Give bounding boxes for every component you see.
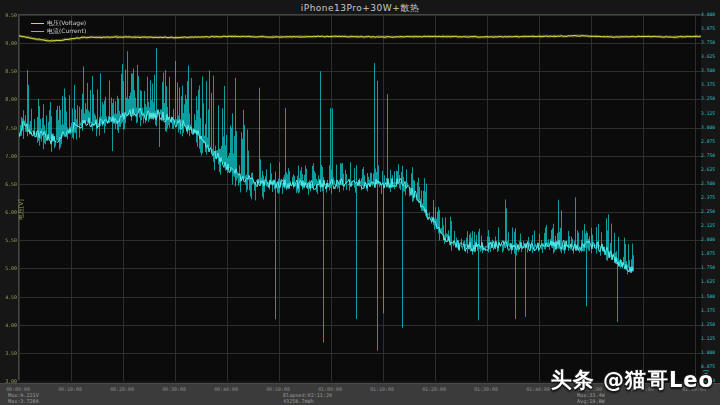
y-tick-label-left: 4.00 [3,321,17,327]
plot-area[interactable]: 电压(Voltage) 电流(Current) 电压[V] 电流[A] [18,14,700,380]
y-tick-label-right: 2.000 [701,237,717,242]
chart-canvas[interactable] [19,15,701,381]
y-tick-label-left: 8.00 [3,96,17,102]
x-tick-label: 00:30:00 [162,386,186,392]
x-tick-label: 00:50:00 [266,386,290,392]
legend-label-voltage: 电压(Voltage) [47,19,86,27]
y-axis-left-ticks: 9.509.008.508.007.507.006.506.005.505.00… [0,14,17,380]
x-tick-label: 01:30:00 [474,386,498,392]
power-monitor-window: iPhone13Pro+30W+散热 电压(Voltage) 电流(Curren… [0,0,720,405]
y-axis-right-ticks: 4.0003.8753.7503.6253.5003.3753.2503.125… [701,14,720,380]
y-tick-label-right: 1.375 [701,307,717,312]
x-tick-label: 01:00:00 [318,386,342,392]
y-tick-label-left: 3.50 [3,349,17,355]
y-tick-label-right: 3.875 [701,26,717,31]
status-max-current: Max:3.728A [8,398,39,404]
y-tick-label-left: 4.50 [3,293,17,299]
y-tick-label-right: 1.250 [701,321,717,326]
x-tick-label: 00:10:00 [58,386,82,392]
y-tick-label-right: 3.500 [701,68,717,73]
y-tick-label-right: 1.125 [701,336,717,341]
y-tick-label-left: 7.00 [3,152,17,158]
legend-item-current[interactable]: 电流(Current) [31,27,86,35]
y-tick-label-right: 2.375 [701,195,717,200]
y-tick-label-left: 9.00 [3,40,17,46]
y-tick-label-left: 9.50 [3,12,17,18]
y-tick-label-right: 2.875 [701,138,717,143]
legend-item-voltage[interactable]: 电压(Voltage) [31,19,86,27]
x-tick-label: 00:00:00 [6,386,30,392]
status-avg-power: Avg:19.8W [577,398,605,404]
x-tick-label: 00:20:00 [110,386,134,392]
x-tick-label: 01:10:00 [370,386,394,392]
y-tick-label-right: 2.125 [701,223,717,228]
x-tick-label: 01:20:00 [422,386,446,392]
voltage-line-swatch-icon [31,23,44,24]
y-tick-label-left: 5.00 [3,265,17,271]
legend-label-current: 电流(Current) [47,27,86,35]
legend: 电压(Voltage) 电流(Current) [31,19,86,35]
y-tick-label-left: 6.00 [3,209,17,215]
y-tick-label-right: 2.625 [701,167,717,172]
y-tick-label-right: 3.625 [701,54,717,59]
y-tick-label-right: 1.875 [701,251,717,256]
y-tick-label-right: 2.250 [701,209,717,214]
watermark-text: 头条 @猫哥Leo [551,366,714,394]
y-tick-label-right: 3.125 [701,110,717,115]
x-tick-label: 00:40:00 [214,386,238,392]
y-axis-title-voltage: 电压[V] [17,199,26,220]
y-tick-label-left: 7.50 [3,124,17,130]
y-tick-label-right: 4.000 [701,12,717,17]
current-line-swatch-icon [31,31,44,32]
y-tick-label-left: 6.50 [3,181,17,187]
status-energy: 43258.7mWh [283,398,332,404]
y-tick-label-right: 3.375 [701,82,717,87]
y-tick-label-left: 5.50 [3,237,17,243]
y-tick-label-right: 1.500 [701,293,717,298]
y-tick-label-right: 2.500 [701,181,717,186]
y-tick-label-right: 3.750 [701,40,717,45]
y-tick-label-right: 1.625 [701,279,717,284]
y-tick-label-right: 2.750 [701,153,717,158]
status-max-values: Max:9.221V Max:3.728A [8,392,39,404]
y-tick-label-left: 8.50 [3,68,17,74]
y-tick-label-right: 1.000 [701,350,717,355]
y-tick-label-right: 3.250 [701,96,717,101]
y-tick-label-right: 1.750 [701,265,717,270]
status-session-info: Elapsed:02:11:20 43258.7mWh [283,392,332,404]
x-tick-label: 01:40:00 [526,386,550,392]
y-tick-label-right: 3.000 [701,124,717,129]
